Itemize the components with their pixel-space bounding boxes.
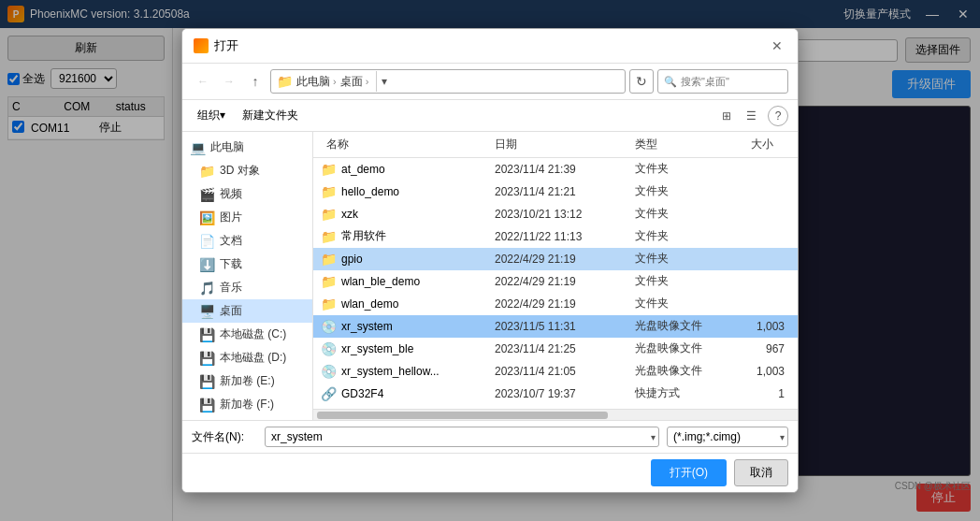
up-button[interactable]: ↑	[244, 70, 267, 93]
file-item-wlan-demo[interactable]: 📁 wlan_demo 2022/4/29 21:19 文件夹	[313, 293, 798, 315]
file-size-xr-system-hellow: 1,003	[728, 365, 785, 378]
filename-dropdown-arrow[interactable]: ▾	[651, 432, 656, 442]
tree-item-drive-c[interactable]: 💾 本地磁盘 (C:)	[182, 323, 312, 346]
file-type-wlan-demo: 文件夹	[635, 296, 728, 311]
file-item-hello-demo[interactable]: 📁 hello_demo 2023/11/4 21:21 文件夹	[313, 181, 798, 203]
dialog-overlay: 打开 ✕ ← → ↑ 📁 此电脑 › 桌面 › ▾ ↻	[0, 0, 980, 521]
imgfile-icon-xr-system-hellow: 💿	[321, 364, 336, 379]
file-type-hello-demo: 文件夹	[635, 183, 728, 199]
file-item-common-software[interactable]: 📁 常用软件 2022/11/22 11:13 文件夹	[313, 225, 798, 248]
file-name-at-demo: at_demo	[341, 163, 495, 176]
tree-pictures-label: 图片	[220, 210, 242, 225]
filetype-select[interactable]: (*.img;*.cimg)	[667, 427, 788, 447]
header-col-name[interactable]: 名称	[321, 132, 489, 157]
dialog-buttons-row: 打开(O) 取消	[182, 453, 798, 492]
tree-drive-c-icon: 💾	[199, 327, 215, 342]
header-col-size[interactable]: 大小	[723, 132, 779, 157]
header-col-type[interactable]: 类型	[629, 132, 723, 157]
forward-button[interactable]: →	[218, 70, 240, 93]
file-item-xr-system-ble[interactable]: 💿 xr_system_ble 2023/11/4 21:25 光盘映像文件 9…	[313, 338, 798, 360]
tree-item-3d[interactable]: 📁 3D 对象	[182, 159, 312, 182]
tree-item-downloads[interactable]: ⬇️ 下载	[182, 253, 312, 276]
tree-downloads-icon: ⬇️	[199, 257, 215, 272]
nav-tree: 💻 此电脑 📁 3D 对象 🎬 视频 🖼️ 图片 📄 文档	[182, 132, 313, 420]
tree-item-this-pc[interactable]: 💻 此电脑	[182, 136, 312, 159]
back-button[interactable]: ←	[192, 70, 214, 93]
dialog-title-text: 打开	[214, 37, 238, 54]
file-item-xr-system[interactable]: 💿 xr_system 2023/11/5 11:31 光盘映像文件 1,003	[313, 315, 798, 338]
folder-icon-wlan-demo: 📁	[321, 297, 336, 311]
imgfile-icon-xr-system-ble: 💿	[321, 341, 336, 356]
file-date-gd32f4: 2023/10/7 19:37	[495, 387, 635, 400]
new-folder-button[interactable]: 新建文件夹	[237, 105, 304, 126]
breadcrumb-desktop-label: 桌面	[340, 74, 363, 90]
search-placeholder-text[interactable]: 搜索"桌面"	[681, 75, 729, 89]
file-date-gpio: 2022/4/29 21:19	[495, 253, 635, 266]
tree-video-icon: 🎬	[199, 187, 215, 202]
breadcrumb-desktop[interactable]: 桌面 ›	[340, 74, 369, 90]
tree-drive-f-label: 新加卷 (F:)	[220, 397, 274, 412]
list-view-button[interactable]: ☰	[740, 106, 762, 126]
tree-drive-c-label: 本地磁盘 (C:)	[220, 326, 286, 342]
file-date-at-demo: 2023/11/4 21:39	[495, 163, 635, 176]
file-item-gpio[interactable]: 📁 gpio 2022/4/29 21:19 文件夹	[313, 248, 798, 270]
dialog-toolbar: ← → ↑ 📁 此电脑 › 桌面 › ▾ ↻ 🔍 搜索"桌面"	[182, 64, 798, 100]
file-type-wlan-ble-demo: 文件夹	[635, 273, 728, 289]
dialog-app-icon	[194, 38, 209, 53]
file-type-xr-system-hellow: 光盘映像文件	[635, 363, 728, 379]
file-list-area: 名称 日期 类型 大小 📁 at_demo 2023/11/4 21:39 文件…	[313, 132, 798, 420]
dialog-close-button[interactable]: ✕	[768, 36, 786, 55]
header-col-date[interactable]: 日期	[489, 132, 629, 157]
cancel-button[interactable]: 取消	[734, 459, 788, 486]
file-type-at-demo: 文件夹	[635, 161, 728, 177]
file-name-hello-demo: hello_demo	[341, 185, 495, 198]
breadcrumb-bar: 📁 此电脑 › 桌面 › ▾	[270, 69, 626, 94]
filename-input-wrapper: ▾	[265, 427, 659, 447]
file-hscrollbar[interactable]	[313, 409, 798, 420]
file-name-common-software: 常用软件	[341, 228, 495, 244]
folder-icon-at-demo: 📁	[321, 162, 336, 177]
tree-item-drive-d[interactable]: 💾 本地磁盘 (D:)	[182, 346, 312, 369]
organize-button[interactable]: 组织▾	[192, 105, 231, 126]
file-size-xr-system: 1,003	[728, 320, 785, 333]
dialog-title-bar: 打开 ✕	[182, 29, 798, 64]
breadcrumb-dropdown-arrow[interactable]: ▾	[376, 71, 391, 92]
file-item-wlan-ble-demo[interactable]: 📁 wlan_ble_demo 2022/4/29 21:19 文件夹	[313, 270, 798, 293]
file-item-gd32f4[interactable]: 🔗 GD32F4 2023/10/7 19:37 快捷方式 1	[313, 383, 798, 405]
shortcut-icon-gd32f4: 🔗	[321, 386, 336, 401]
tree-documents-label: 文档	[220, 233, 242, 249]
file-type-xzk: 文件夹	[635, 206, 728, 222]
file-name-wlan-ble-demo: wlan_ble_demo	[341, 275, 495, 288]
file-name-xr-system-hellow: xr_system_hellow...	[341, 365, 495, 378]
file-item-xzk[interactable]: 📁 xzk 2023/10/21 13:12 文件夹	[313, 203, 798, 225]
file-list-header: 名称 日期 类型 大小	[313, 132, 798, 158]
tree-item-video[interactable]: 🎬 视频	[182, 182, 312, 206]
dialog-filename-row: 文件名(N): ▾ (*.img;*.cimg) ▾	[182, 420, 798, 453]
refresh-location-button[interactable]: ↻	[629, 69, 654, 94]
grid-view-button[interactable]: ⊞	[715, 106, 738, 126]
open-button[interactable]: 打开(O)	[651, 459, 727, 486]
tree-music-label: 音乐	[220, 280, 242, 296]
tree-item-desktop[interactable]: 🖥️ 桌面	[182, 299, 312, 323]
file-type-xr-system: 光盘映像文件	[635, 318, 728, 334]
file-item-at-demo[interactable]: 📁 at_demo 2023/11/4 21:39 文件夹	[313, 158, 798, 181]
tree-item-drive-f[interactable]: 💾 新加卷 (F:)	[182, 393, 312, 416]
file-date-xr-system-ble: 2023/11/4 21:25	[495, 342, 635, 355]
tree-item-drive-e[interactable]: 💾 新加卷 (E:)	[182, 369, 312, 393]
filename-input[interactable]	[265, 427, 659, 447]
folder-icon-xzk: 📁	[321, 207, 336, 222]
file-name-wlan-demo: wlan_demo	[341, 297, 495, 311]
tree-item-pictures[interactable]: 🖼️ 图片	[182, 206, 312, 229]
tree-3d-label: 3D 对象	[220, 163, 260, 179]
file-item-xr-system-hellow[interactable]: 💿 xr_system_hellow... 2023/11/4 21:05 光盘…	[313, 360, 798, 383]
tree-item-documents[interactable]: 📄 文档	[182, 229, 312, 253]
view-buttons: ⊞ ☰	[715, 106, 762, 126]
help-button[interactable]: ?	[768, 106, 788, 126]
file-date-xr-system: 2023/11/5 11:31	[495, 320, 635, 333]
file-type-gd32f4: 快捷方式	[635, 385, 728, 401]
tree-item-music[interactable]: 🎵 音乐	[182, 276, 312, 299]
file-size-gd32f4: 1	[728, 387, 785, 400]
tree-desktop-label: 桌面	[220, 303, 242, 319]
filetype-select-wrapper: (*.img;*.cimg) ▾	[667, 427, 788, 447]
breadcrumb-this-pc[interactable]: 此电脑 ›	[296, 74, 337, 90]
